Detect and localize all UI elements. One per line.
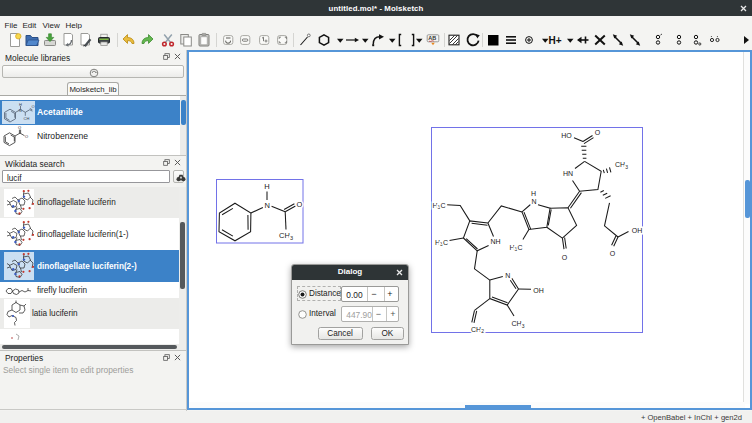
svg-text:H: H <box>531 190 536 197</box>
svg-text:O: O <box>562 254 568 261</box>
svg-text:N: N <box>505 272 510 279</box>
svg-text:O: O <box>296 200 302 209</box>
svg-text:H3C: H3C <box>510 244 523 253</box>
svg-text:N: N <box>264 201 269 210</box>
svg-text:HO: HO <box>561 132 572 139</box>
svg-text:AB: AB <box>428 35 436 41</box>
svg-text:N: N <box>19 107 22 112</box>
svg-text:O: O <box>610 250 616 257</box>
svg-text:N: N <box>531 198 536 205</box>
svg-text:CH: CH <box>24 115 30 120</box>
svg-text:H3C: H3C <box>435 239 448 248</box>
svg-text:CH2: CH2 <box>471 326 484 334</box>
svg-text:OH: OH <box>632 227 643 234</box>
svg-text:CH3: CH3 <box>279 231 293 241</box>
svg-text:O: O <box>595 129 601 136</box>
svg-text:O: O <box>25 134 28 139</box>
svg-text:NH: NH <box>490 238 500 245</box>
svg-text:OH: OH <box>533 287 544 294</box>
svg-text:CH3: CH3 <box>512 320 525 329</box>
svg-text:O: O <box>32 104 35 109</box>
svg-text:H: H <box>19 101 22 106</box>
svg-text:H+: H+ <box>549 35 562 46</box>
svg-text:CH3: CH3 <box>615 161 628 170</box>
svg-text:HN: HN <box>563 170 573 177</box>
svg-text:H3C: H3C <box>433 202 446 211</box>
svg-text:H: H <box>264 181 269 190</box>
svg-text:O: O <box>18 125 21 130</box>
